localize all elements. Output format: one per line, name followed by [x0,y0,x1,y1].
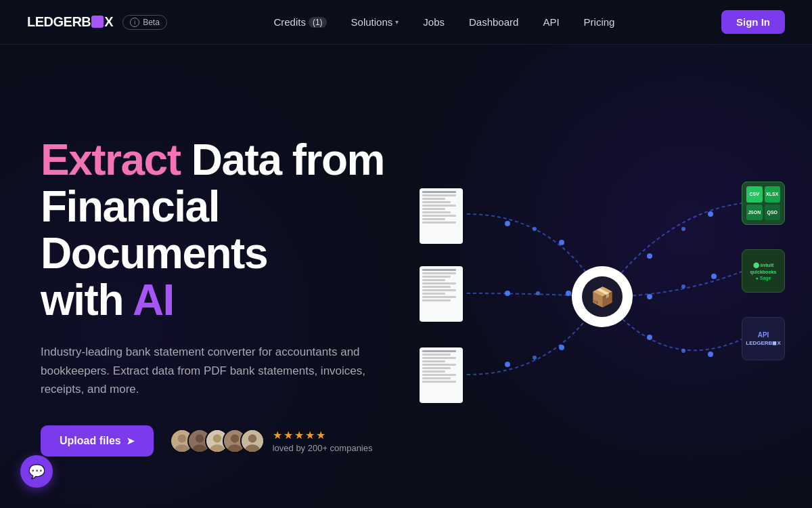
nav-left: LEDGERBX i Beta [27,14,167,30]
beta-badge: i Beta [122,15,167,30]
info-icon: i [130,18,139,27]
hub-box-icon: 📦 [591,286,614,308]
star-4: ★ [305,429,315,442]
svg-point-7 [212,434,221,442]
hero-title-ai: AI [133,276,174,324]
svg-point-18 [505,291,510,296]
svg-point-10 [230,434,238,442]
star-1: ★ [273,429,282,442]
nav-links: Credits (1) Solutions ▾ Jobs Dashboard A… [273,16,614,28]
nav-pricing[interactable]: Pricing [584,16,615,28]
hero-description: Industry-leading bank statement converte… [41,343,386,398]
svg-point-27 [647,294,652,299]
logo-box [91,16,104,28]
star-rating: ★ ★ ★ ★ ★ [273,429,373,442]
svg-point-28 [681,284,685,289]
svg-point-4 [195,434,203,442]
hero-title-extract: Extract [41,135,181,184]
hero-actions: Upload files ➤ [41,425,420,457]
nav-credits[interactable]: Credits (1) [273,16,326,28]
svg-point-16 [533,227,537,231]
avatar [240,429,265,453]
social-proof: ★ ★ ★ ★ ★ loved by 200+ companies [170,429,373,453]
svg-point-20 [566,291,571,296]
hero-section: Extract Data fromFinancialDocumentswith … [0,45,812,508]
upload-files-button[interactable]: Upload files ➤ [41,425,154,457]
loved-by-text: loved by 200+ companies [273,443,373,453]
svg-point-29 [711,274,717,279]
chevron-down-icon: ▾ [395,18,399,26]
upload-arrow-icon: ➤ [127,436,135,446]
svg-point-13 [248,434,256,442]
proof-text: ★ ★ ★ ★ ★ loved by 200+ companies [273,429,373,453]
nav-api[interactable]: API [543,16,559,28]
star-3: ★ [294,429,304,442]
svg-point-30 [647,335,652,340]
svg-point-25 [681,227,685,231]
logo-text-prefix: LEDGERB [27,14,91,30]
center-hub: 📦 [572,266,633,327]
nav-right: Sign In [721,10,785,34]
logo[interactable]: LEDGERBX [27,14,113,30]
nav-jobs[interactable]: Jobs [423,16,445,28]
logo-text-suffix: X [104,14,113,30]
beta-label: Beta [143,18,160,27]
svg-point-24 [647,253,652,259]
svg-point-26 [708,211,713,217]
hero-title-with: with [41,276,133,324]
star-2: ★ [284,429,293,442]
svg-point-22 [533,356,537,360]
chat-button[interactable]: 💬 [20,455,53,488]
svg-point-17 [559,240,564,245]
avatars [170,429,265,453]
nav-dashboard[interactable]: Dashboard [469,16,518,28]
svg-point-32 [708,352,713,357]
sign-in-button[interactable]: Sign In [721,10,785,34]
svg-point-31 [681,349,685,353]
credits-count: (1) [309,17,327,28]
hero-title: Extract Data fromFinancialDocumentswith … [41,137,420,324]
diagram-container: 📦 CSV XLSX JSON QSO ⬤ intuit quickbooks … [420,175,785,419]
svg-point-23 [559,345,564,350]
hero-text: Extract Data fromFinancialDocumentswith … [41,137,420,457]
svg-point-19 [536,291,540,295]
navigation: LEDGERBX i Beta Credits (1) Solutions ▾ … [0,0,812,45]
chat-icon: 💬 [28,463,45,480]
hero-diagram: 📦 CSV XLSX JSON QSO ⬤ intuit quickbooks … [420,85,785,508]
nav-solutions[interactable]: Solutions ▾ [351,16,399,28]
upload-btn-label: Upload files [60,435,121,447]
hub-inner: 📦 [582,276,623,317]
svg-point-15 [505,221,510,226]
svg-point-21 [505,362,510,367]
star-5: ★ [316,429,325,442]
svg-point-1 [177,434,185,442]
